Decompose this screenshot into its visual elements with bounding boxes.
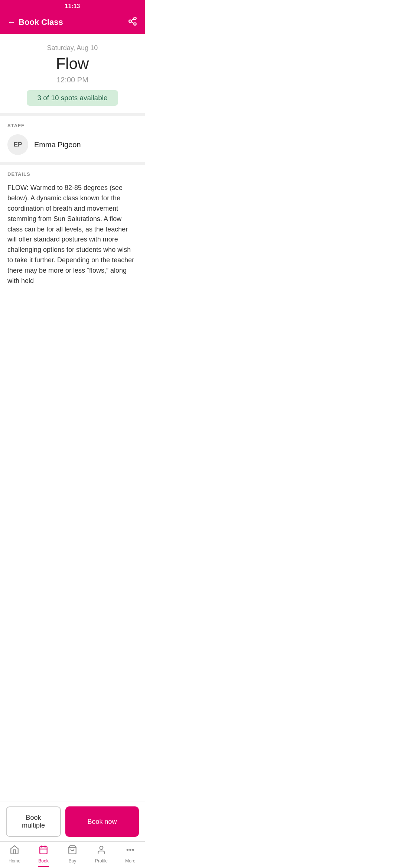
- svg-line-4: [131, 19, 134, 20]
- spots-available-badge: 3 of 10 spots available: [27, 90, 118, 106]
- details-section: DETAILS FLOW: Warmed to 82-85 degrees (s…: [0, 165, 145, 293]
- class-header: Saturday, Aug 10 Flow 12:00 PM 3 of 10 s…: [0, 34, 145, 113]
- status-bar: 11:13: [0, 0, 145, 12]
- details-section-label: DETAILS: [7, 171, 137, 177]
- staff-name: Emma Pigeon: [34, 141, 81, 149]
- class-time: 12:00 PM: [7, 76, 137, 84]
- page-title: Book Class: [19, 17, 63, 27]
- class-date: Saturday, Aug 10: [7, 44, 137, 52]
- back-button[interactable]: ← Book Class: [7, 17, 63, 27]
- back-arrow-icon: ←: [7, 17, 16, 27]
- share-icon: [128, 16, 137, 26]
- svg-line-3: [131, 22, 134, 23]
- staff-section: STAFF EP Emma Pigeon: [0, 116, 145, 162]
- staff-section-label: STAFF: [7, 123, 137, 128]
- details-description: FLOW: Warmed to 82-85 degrees (see below…: [7, 183, 137, 286]
- top-nav: ← Book Class: [0, 12, 145, 34]
- staff-avatar: EP: [7, 134, 28, 155]
- bottom-spacer: [0, 293, 145, 349]
- class-name: Flow: [7, 55, 137, 73]
- staff-row: EP Emma Pigeon: [7, 134, 137, 155]
- share-button[interactable]: [128, 16, 137, 28]
- section-divider-1: [0, 113, 145, 116]
- main-content: Saturday, Aug 10 Flow 12:00 PM 3 of 10 s…: [0, 34, 145, 349]
- status-time: 11:13: [65, 3, 80, 9]
- section-divider-2: [0, 162, 145, 165]
